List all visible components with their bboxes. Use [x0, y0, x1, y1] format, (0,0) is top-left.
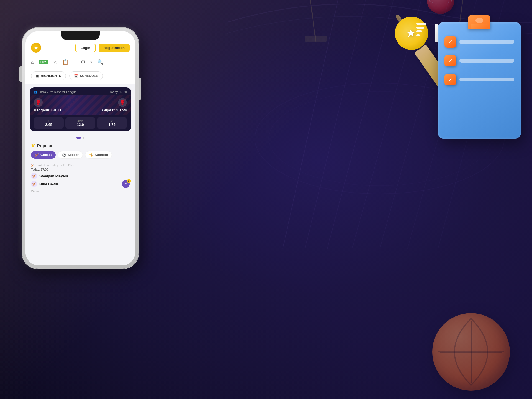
popular-title-text: Popular — [37, 143, 53, 148]
cricket-tab[interactable]: 🏏 Cricket — [31, 151, 56, 159]
cricket-icon: 🏏 — [35, 153, 39, 157]
team-steelpan-name: Steelpan Players — [39, 174, 68, 178]
match-league-text: India › Pro Kabaddi League — [39, 90, 76, 94]
bet-options-badge[interactable]: ≡ 2 — [122, 180, 130, 188]
search-icon[interactable]: 🔍 — [97, 59, 103, 65]
match-list-league: 🏏 Trinidad and Tobago › T10 Blast — [31, 164, 130, 167]
login-button[interactable]: Login — [75, 44, 96, 52]
highlights-tab[interactable]: ⊞ HIGHLIGHTS — [31, 71, 66, 80]
favorites-icon[interactable]: ☆ — [53, 59, 57, 65]
result-label: Winner — [31, 190, 130, 193]
kabaddi-icon: 🤸 — [89, 153, 93, 157]
settings-icon[interactable]: ⚙ — [81, 59, 85, 65]
checklist-decoration: ✓ ✓ ✓ — [438, 14, 532, 147]
popular-section: ♛ Popular 🏏 Cricket ⚽ Soccer � — [25, 140, 135, 161]
nav-divider — [75, 59, 75, 65]
people-icon: 👥 — [34, 90, 38, 94]
phone-app-logo: ★ — [31, 43, 41, 53]
check-item-1: ✓ — [444, 36, 514, 48]
phone-screen-content: ★ Login Registration ⌂ LIVE ☆ 📋 ⚙ ▾ — [25, 31, 135, 265]
carousel-dots — [25, 135, 135, 140]
odd-2-button[interactable]: 2 1.75 — [97, 117, 127, 129]
team-home-name: Bengaluru Bulls — [34, 108, 62, 112]
match-list-league-icon: 🏏 — [31, 164, 35, 167]
schedule-tab-label: SCHEDULE — [80, 74, 98, 78]
bet-list-icon: ≡ — [125, 182, 127, 186]
content-tabs: ⊞ HIGHLIGHTS 📅 SCHEDULE — [25, 68, 135, 84]
odd-1-value: 2.45 — [45, 122, 52, 127]
clipboard-body: ✓ ✓ ✓ — [438, 22, 521, 139]
phone-notch — [61, 31, 100, 40]
logo-star-icon: ★ — [406, 27, 416, 39]
bet-count: 2 — [127, 179, 131, 183]
odd-draw-label: draw — [77, 119, 83, 122]
live-badge[interactable]: LIVE — [39, 60, 48, 64]
schedule-tab[interactable]: 📅 SCHEDULE — [69, 71, 103, 80]
odd-2-label: 2 — [111, 119, 113, 122]
check-item-2: ✓ — [444, 55, 514, 66]
kabaddi-tab-label: Kabaddi — [95, 153, 108, 157]
checkbox-2: ✓ — [444, 55, 456, 66]
team-steelpan-icon: 🏏 — [31, 173, 37, 179]
bets-icon[interactable]: 📋 — [62, 59, 68, 65]
highlights-icon: ⊞ — [36, 74, 39, 78]
team-away-name: Gujarat Giants — [102, 108, 127, 112]
phone-logo-star: ★ — [34, 45, 38, 50]
dot-2 — [83, 137, 84, 139]
phone-inner-screen: ★ Login Registration ⌂ LIVE ☆ 📋 ⚙ ▾ — [25, 31, 135, 265]
check-line-2 — [459, 59, 514, 63]
check-line-3 — [459, 78, 514, 81]
logo-circle-icon: ★ — [395, 17, 428, 50]
match-league: 👥 India › Pro Kabaddi League — [34, 90, 76, 94]
featured-match-card[interactable]: 👥 India › Pro Kabaddi League Today, 17:3… — [30, 87, 131, 131]
team-blue-devils[interactable]: 🏏 Blue Devils ≡ 2 — [31, 180, 130, 188]
team-steelpan[interactable]: 🏏 Steelpan Players — [31, 173, 130, 179]
checkbox-1: ✓ — [444, 36, 456, 48]
home-icon[interactable]: ⌂ — [31, 59, 34, 65]
team-blue-devils-icon: 🏏 — [31, 181, 37, 187]
odd-draw-value: 12.0 — [77, 122, 84, 127]
odds-row: 1 2.45 draw 12.0 2 1.75 — [30, 115, 131, 131]
clipboard-clip-hole — [475, 18, 483, 23]
match-time: Today, 17:30 — [110, 90, 127, 94]
check-line-1 — [459, 40, 514, 44]
nav-bar: ⌂ LIVE ☆ 📋 ⚙ ▾ 🔍 — [25, 56, 135, 68]
crown-icon: ♛ — [31, 143, 35, 148]
checkbox-3: ✓ — [444, 74, 456, 85]
dot-1 — [76, 137, 81, 139]
match-list-time: Today, 17:00 — [31, 168, 130, 171]
team-blue-devils-name: Blue Devils — [39, 182, 59, 186]
clipboard-clip — [468, 15, 490, 29]
svg-line-9 — [310, 0, 316, 42]
phone-mockup: ★ Login Registration ⌂ LIVE ☆ 📋 ⚙ ▾ — [22, 28, 139, 269]
odd-2-value: 1.75 — [108, 122, 115, 127]
kabaddi-tab[interactable]: 🤸 Kabaddi — [85, 151, 112, 159]
match-card-header: 👥 India › Pro Kabaddi League Today, 17:3… — [30, 87, 131, 95]
match-card-body: 🥊 Bengaluru Bulls 🥊 Gujarat Giants — [30, 95, 131, 115]
odd-draw-button[interactable]: draw 12.0 — [65, 117, 95, 129]
sport-tabs: 🏏 Cricket ⚽ Soccer 🤸 Kabaddi — [31, 151, 130, 159]
soccer-tab[interactable]: ⚽ Soccer — [58, 151, 83, 159]
header-auth-buttons: Login Registration — [75, 44, 130, 52]
cricket-tab-label: Cricket — [40, 153, 52, 157]
chevron-down-icon[interactable]: ▾ — [90, 60, 92, 64]
soccer-tab-label: Soccer — [68, 153, 79, 157]
phone-outer-shell: ★ Login Registration ⌂ LIVE ☆ 📋 ⚙ ▾ — [22, 28, 139, 269]
check-item-3: ✓ — [444, 74, 514, 85]
svg-line-2 — [327, 0, 393, 249]
highlights-tab-label: HIGHLIGHTS — [41, 74, 61, 78]
match-list: 🏏 Trinidad and Tobago › T10 Blast Today,… — [25, 161, 135, 193]
svg-rect-11 — [305, 36, 327, 42]
registration-button[interactable]: Registration — [99, 44, 130, 52]
odd-1-button[interactable]: 1 2.45 — [34, 117, 64, 129]
soccer-icon: ⚽ — [62, 153, 66, 157]
match-list-league-text: Trinidad and Tobago › T10 Blast — [35, 164, 75, 167]
odd-1-label: 1 — [48, 119, 50, 122]
schedule-icon: 📅 — [74, 74, 78, 78]
popular-title: ♛ Popular — [31, 143, 130, 148]
logo-rays — [416, 23, 426, 36]
